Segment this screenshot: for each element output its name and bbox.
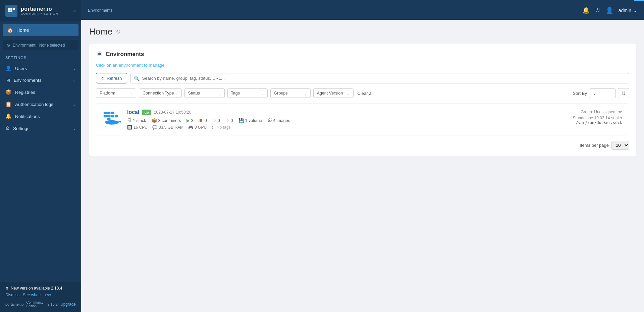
tags-filter[interactable]: Tags ⌄ [227, 88, 268, 98]
settings-label-nav: Settings [13, 126, 30, 131]
running-stat: ▶ 3 [186, 118, 194, 123]
toolbar: ↻ Refresh 🔍 [96, 73, 629, 83]
auth-logs-icon: 📋 [5, 101, 12, 107]
svg-rect-1 [8, 8, 10, 10]
environments-label: Environments [14, 78, 42, 83]
sidebar: portainer.io COMMUNITY EDITION « 🏠 Home … [0, 0, 81, 312]
connection-type-filter[interactable]: Connection Type ⌄ [139, 88, 182, 98]
portainer-bottom-logo: portainer.io [5, 302, 23, 306]
refresh-button[interactable]: ↻ Refresh [96, 73, 127, 83]
page-title: Home [89, 26, 112, 37]
platform-filter[interactable]: Platform ⌄ [96, 88, 136, 98]
sidebar-item-settings[interactable]: ⚙ Settings ⌄ [0, 122, 81, 134]
search-icon: 🔍 [134, 76, 140, 81]
clear-all-button[interactable]: Clear all [356, 91, 375, 96]
auth-logs-label: Authentication logs [15, 102, 53, 107]
sort-select[interactable]: ⌄ [589, 88, 616, 98]
sidebar-item-users[interactable]: 👤 Users ⌄ [0, 62, 81, 74]
items-per-page-select[interactable]: 10 25 50 [611, 141, 629, 150]
env-stats: 🗄 1 stack 📦 3 containers ▶ 3 ⏹ [127, 118, 550, 123]
connection-type-label: Connection Type [143, 91, 174, 96]
env-name-row: local up 2023-07-27 10:53:20 [127, 109, 550, 115]
groups-label: Groups [274, 91, 288, 96]
env-timestamp: 2023-07-27 10:53:20 [154, 110, 191, 115]
environment-selector[interactable]: ⊘ Environment: None selected [3, 40, 78, 50]
community-edition-label: Community Edition [26, 301, 45, 308]
stack-icon: 🗄 [127, 118, 131, 123]
registries-icon: 📦 [5, 89, 12, 95]
stopped-value: 0 [205, 118, 207, 123]
filter-row: Platform ⌄ Connection Type ⌄ Status ⌄ Ta… [96, 88, 629, 98]
notifications-icon: 🔔 [5, 113, 12, 119]
page-title-refresh-icon[interactable]: ↻ [116, 28, 121, 36]
agent-version-filter[interactable]: Agent Version ⌄ [313, 88, 354, 98]
svg-rect-5 [10, 10, 12, 12]
groups-filter[interactable]: Groups ⌄ [270, 88, 311, 98]
sidebar-item-environments[interactable]: 🖥 Environments ⌄ [0, 74, 81, 86]
stopped-icon: ⏹ [199, 118, 203, 123]
platform-chevron-icon: ⌄ [130, 91, 132, 95]
items-per-page-label: Items per page [580, 143, 609, 148]
sort-toggle-button[interactable]: ⇅ [618, 88, 629, 98]
environment-item[interactable]: local up 2023-07-27 10:53:20 🗄 1 stack 📦… [96, 104, 629, 135]
main-content: Environments 🔔 ⏱ 👤 admin ⌄ Home ↻ 🖥 Envi… [81, 0, 644, 312]
cpu-icon: 🔲 [127, 125, 132, 130]
topbar: Environments 🔔 ⏱ 👤 admin ⌄ [81, 1, 644, 20]
svg-rect-3 [13, 8, 15, 10]
sidebar-item-notifications[interactable]: 🔔 Notifications [0, 110, 81, 122]
refresh-btn-icon: ↻ [101, 76, 105, 81]
cpu-value: 16 CPU [133, 125, 148, 130]
sidebar-item-home[interactable]: 🏠 Home [3, 24, 78, 36]
svg-point-15 [105, 120, 119, 125]
tags-label: Tags [231, 91, 240, 96]
sidebar-item-registries[interactable]: 📦 Registries [0, 86, 81, 98]
volumes-value: 1 volume [245, 118, 262, 123]
settings-section-label: Settings [0, 54, 81, 62]
env-group-text: Group: Unassigned [581, 110, 615, 114]
ram-icon: 💬 [152, 125, 157, 130]
env-label: Environment: [13, 43, 37, 48]
sort-group: Sort By ⌄ ⇅ [573, 88, 629, 98]
search-input[interactable] [130, 73, 629, 83]
items-per-page-dropdown[interactable]: 10 25 50 [611, 141, 629, 150]
svg-rect-4 [8, 10, 10, 12]
status-chevron-icon: ⌄ [218, 91, 221, 95]
containers-stat: 📦 3 containers [152, 118, 181, 123]
notifications-label: Notifications [15, 114, 40, 119]
groups-chevron-icon: ⌄ [304, 91, 307, 95]
gpu-stat: 🎮 0 GPU [188, 125, 207, 130]
status-filter[interactable]: Status ⌄ [184, 88, 225, 98]
new-version-notice: ⬆ New version available 2.18.4 [5, 286, 76, 291]
see-whats-new-button[interactable]: See what's new [23, 293, 51, 297]
gpu-icon: 🎮 [188, 125, 193, 130]
card-hint: Click on an environment to manage [96, 63, 629, 68]
running-icon: ▶ [186, 118, 190, 123]
portainer-logo-icon [5, 5, 17, 17]
card-title: Environments [106, 51, 144, 58]
sidebar-collapse-button[interactable]: « [73, 8, 76, 13]
upgrade-button[interactable]: Upgrade [60, 302, 76, 307]
dismiss-button[interactable]: Dismiss [5, 293, 19, 297]
sidebar-item-auth-logs[interactable]: 📋 Authentication logs ⌄ [0, 98, 81, 110]
user-menu[interactable]: admin ⌄ [619, 8, 637, 13]
user-icon[interactable]: 👤 [606, 7, 613, 14]
svg-rect-13 [115, 115, 118, 117]
env-name[interactable]: local [127, 109, 139, 115]
bell-icon[interactable]: 🔔 [582, 7, 590, 14]
users-icon: 👤 [5, 65, 12, 71]
settings-icon: ⚙ [5, 125, 10, 131]
tags-value: No tags [217, 125, 230, 130]
svg-rect-12 [111, 115, 114, 117]
agent-version-chevron-icon: ⌄ [347, 91, 350, 95]
registries-label: Registries [15, 90, 35, 95]
version-actions: Dismiss See what's new [5, 293, 76, 297]
healthy-stat: ♡ 0 [212, 118, 220, 123]
edit-icon[interactable]: ✏ [619, 109, 622, 114]
images-stat: 🖼 4 images [267, 118, 290, 123]
pagination-row: Items per page 10 25 50 [96, 141, 629, 150]
timer-icon[interactable]: ⏱ [595, 7, 600, 13]
svg-rect-9 [111, 112, 114, 114]
settings-chevron-icon: ⌄ [73, 126, 76, 131]
containers-value: 3 containers [158, 118, 181, 123]
container-icon: 📦 [152, 118, 157, 123]
